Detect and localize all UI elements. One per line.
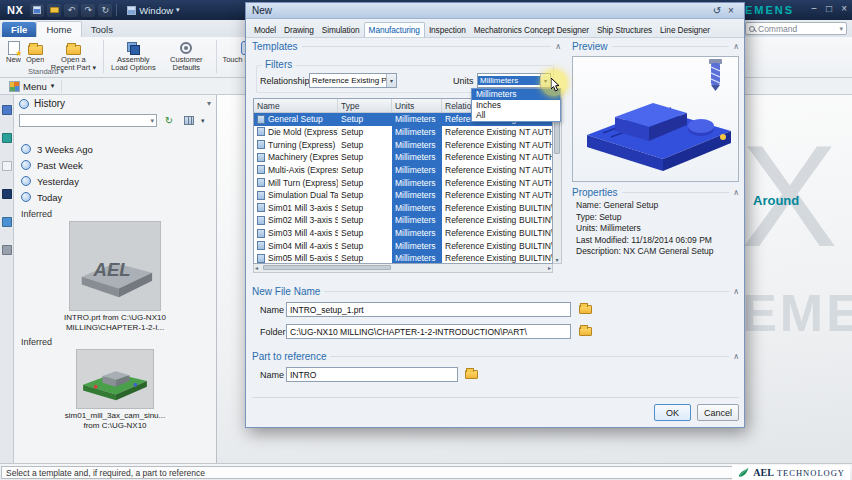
- ribbon-group-label[interactable]: Standard ▾: [28, 67, 64, 76]
- clock-icon: [21, 160, 31, 170]
- maximize-button[interactable]: □: [826, 3, 832, 14]
- window-icon: [127, 6, 136, 15]
- template-row[interactable]: Turning (Express) Setup Millimeters Refe…: [254, 138, 552, 151]
- tab-ship-structures[interactable]: Ship Structures: [593, 23, 656, 37]
- customer-defaults-button[interactable]: Customer Defaults: [160, 39, 212, 74]
- tab-mechatronics-concept-designer[interactable]: Mechatronics Concept Designer: [470, 23, 593, 37]
- column-header-type[interactable]: Type: [338, 99, 392, 112]
- repeat-command-icon[interactable]: ↻: [98, 4, 112, 17]
- resource-bar-icon[interactable]: [2, 133, 12, 143]
- property-line: Type: Setup: [576, 212, 713, 224]
- history-thumbnail-intro[interactable]: AEL: [69, 221, 161, 311]
- menu-button[interactable]: Menu ▾: [3, 80, 62, 93]
- tab-manufacturing[interactable]: Manufacturing: [364, 22, 425, 38]
- template-icon: [257, 254, 265, 263]
- vertical-scrollbar[interactable]: ▴ ▾: [553, 98, 562, 264]
- open-icon[interactable]: [47, 4, 61, 17]
- history-group-item[interactable]: 3 Weeks Ago: [14, 141, 216, 157]
- view-grid-icon[interactable]: [181, 114, 197, 127]
- history-filter-combo[interactable]: ▾: [19, 114, 157, 127]
- tab-inspection[interactable]: Inspection: [425, 23, 470, 37]
- search-icon: [749, 26, 755, 32]
- history-item-caption: INTRO.prt from C:\UG-NX10 MILLING\CHAPTE…: [14, 313, 216, 333]
- browse-file-button[interactable]: [576, 302, 594, 317]
- property-line: Name: General Setup: [576, 200, 713, 212]
- ok-button[interactable]: OK: [654, 404, 691, 421]
- collapse-chevron-icon[interactable]: ∧: [733, 188, 739, 197]
- units-dropdown[interactable]: Millimeters ▾: [477, 73, 551, 88]
- tab-file[interactable]: File: [2, 22, 36, 37]
- tab-model[interactable]: Model: [250, 23, 280, 37]
- template-icon: [257, 191, 265, 200]
- collapse-chevron-icon[interactable]: ∧: [555, 42, 561, 51]
- scroll-left-icon[interactable]: ◂: [255, 264, 258, 271]
- tab-tools[interactable]: Tools: [82, 22, 122, 37]
- column-header-units[interactable]: Units: [392, 99, 442, 112]
- collapse-chevron-icon[interactable]: ∧: [733, 42, 739, 51]
- scroll-right-icon[interactable]: ▸: [548, 264, 551, 271]
- new-part-icon: ★: [8, 40, 20, 56]
- column-header-name[interactable]: Name: [254, 99, 338, 112]
- assembly-load-options-button[interactable]: Assembly Load Options: [107, 39, 159, 74]
- resource-bar-icon[interactable]: [2, 105, 12, 115]
- template-row[interactable]: Multi-Axis (Express) Setup Millimeters R…: [254, 164, 552, 177]
- window-menu[interactable]: Window ▾: [127, 5, 179, 16]
- command-search[interactable]: Command ▾: [745, 22, 847, 35]
- file-name-input[interactable]: [286, 302, 571, 317]
- redo-icon[interactable]: ↷: [81, 4, 95, 17]
- scroll-down-icon[interactable]: ▾: [553, 256, 561, 263]
- tab-drawing[interactable]: Drawing: [280, 23, 318, 37]
- units-option-all[interactable]: All: [472, 110, 560, 121]
- history-thumbnail-sim01[interactable]: [76, 349, 154, 409]
- minimize-button[interactable]: −: [811, 3, 817, 14]
- template-row[interactable]: Sim01 Mill 3-axis Si... Setup Millimeter…: [254, 201, 552, 214]
- open-folder-icon: [28, 40, 43, 56]
- history-group-item[interactable]: Yesterday: [14, 173, 216, 189]
- undo-icon[interactable]: ↶: [64, 4, 78, 17]
- template-row[interactable]: Mill Turn (Express) Setup Millimeters Re…: [254, 176, 552, 189]
- ribbon-separator: [103, 40, 104, 73]
- titlebar-separator: [116, 4, 117, 16]
- units-option-inches[interactable]: Inches: [472, 100, 560, 111]
- resource-bar-icon[interactable]: [2, 217, 12, 227]
- reset-icon[interactable]: ↺: [710, 5, 724, 16]
- horizontal-scrollbar[interactable]: ◂ ▸: [253, 264, 553, 273]
- collapse-chevron-icon[interactable]: ∧: [733, 287, 739, 296]
- folder-path-input[interactable]: [286, 324, 571, 339]
- template-row[interactable]: Sim03 Mill 4-axis Si... Setup Millimeter…: [254, 227, 552, 240]
- scrollbar-thumb[interactable]: [263, 265, 391, 270]
- tab-simulation[interactable]: Simulation: [318, 23, 364, 37]
- history-group-item[interactable]: Past Week: [14, 157, 216, 173]
- tab-line-designer[interactable]: Line Designer: [656, 23, 714, 37]
- dialog-titlebar[interactable]: New ↺ ×: [246, 3, 744, 19]
- collapse-chevron-icon[interactable]: ∧: [733, 352, 739, 361]
- cursor-pointer: [551, 78, 562, 93]
- history-group-item[interactable]: Today: [14, 189, 216, 205]
- ribbon-separator: [216, 40, 217, 73]
- chevron-down-icon: ▾: [839, 25, 843, 33]
- new-button[interactable]: ★ New: [4, 39, 23, 74]
- template-row[interactable]: Die Mold (Express) Setup Millimeters Ref…: [254, 126, 552, 139]
- template-row[interactable]: Sim02 Mill 3-axis Si... Setup Millimeter…: [254, 214, 552, 227]
- cancel-button[interactable]: Cancel: [697, 404, 739, 421]
- menu-grid-icon: [10, 82, 19, 91]
- template-row[interactable]: Machinery (Express) Setup Millimeters Re…: [254, 151, 552, 164]
- relationship-dropdown[interactable]: Reference Existing Part ▾: [309, 73, 397, 88]
- refresh-icon[interactable]: ↻: [161, 114, 177, 127]
- close-button[interactable]: ×: [841, 3, 847, 14]
- resource-bar-icon[interactable]: [2, 161, 12, 171]
- template-row[interactable]: Sim05 Mill 5-axis Si... Setup Millimeter…: [254, 252, 552, 264]
- browse-folder-button[interactable]: [576, 324, 594, 339]
- panel-menu-icon[interactable]: ▾: [207, 99, 211, 108]
- folder-icon: [579, 305, 592, 314]
- dialog-close-icon[interactable]: ×: [724, 5, 738, 16]
- chevron-down-icon[interactable]: ▾: [201, 117, 205, 125]
- resource-bar-icon[interactable]: [2, 189, 12, 199]
- template-row[interactable]: Simulation Dual Ta... Setup Millimeters …: [254, 189, 552, 202]
- template-row[interactable]: Sim04 Mill 4-axis Si... Setup Millimeter…: [254, 239, 552, 252]
- browse-reference-button[interactable]: [462, 367, 480, 382]
- tab-home[interactable]: Home: [36, 21, 81, 37]
- resource-bar-icon[interactable]: [2, 245, 12, 255]
- reference-part-input[interactable]: [286, 367, 458, 382]
- save-icon[interactable]: [30, 4, 44, 17]
